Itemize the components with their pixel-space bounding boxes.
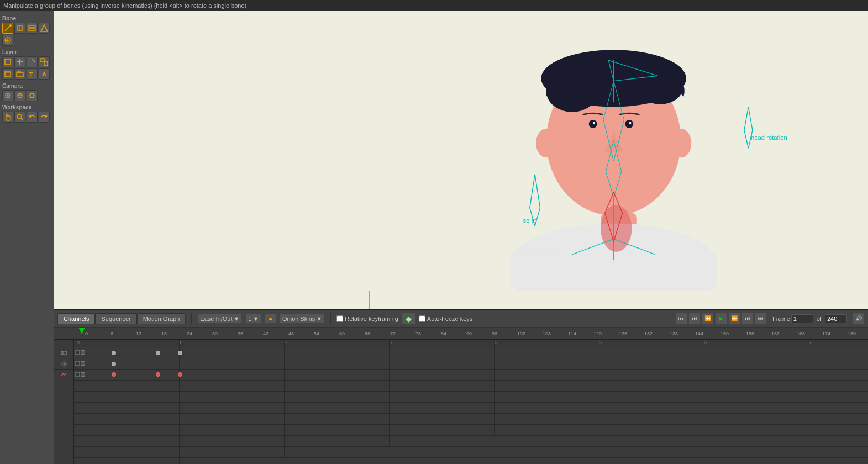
- separator-1: [191, 313, 192, 324]
- fast-forward-button[interactable]: ⏩: [728, 313, 740, 325]
- layer-add-tool[interactable]: [14, 56, 25, 67]
- track-icon-2: [60, 360, 68, 368]
- camera-orbit-tool[interactable]: [14, 90, 25, 101]
- onion-skins-icon-btn[interactable]: ●: [265, 314, 276, 324]
- current-frame-input[interactable]: [791, 314, 813, 323]
- workspace-redo-tool[interactable]: [39, 112, 50, 123]
- track-1-checkbox[interactable]: [75, 350, 80, 355]
- bone-arrow-tool[interactable]: [39, 23, 50, 34]
- next-keyframe-button[interactable]: ⏭: [741, 313, 754, 325]
- volume-button[interactable]: 🔊: [853, 313, 865, 325]
- svg-point-35: [637, 68, 683, 104]
- svg-rect-4: [29, 25, 35, 28]
- tab-motion-graph[interactable]: Motion Graph: [137, 313, 186, 324]
- layer-new-tool[interactable]: [2, 56, 13, 67]
- layer-tools-row-2: T: [2, 68, 51, 80]
- keyframe-dot-1-2[interactable]: [156, 351, 160, 355]
- onion-skins-dropdown[interactable]: Onion Skins ▼: [280, 314, 325, 324]
- track-empty-1: [74, 381, 868, 392]
- svg-point-22: [7, 95, 9, 97]
- keyframe-icon-btn[interactable]: ◆: [402, 313, 415, 325]
- keyframe-dot-3-1[interactable]: [112, 372, 116, 377]
- keyframe-dot-1-3[interactable]: [178, 351, 182, 355]
- bone-tools-row-1: [2, 23, 51, 34]
- layer-rotate-tool[interactable]: [27, 56, 38, 67]
- svg-point-1: [9, 24, 12, 27]
- ease-dropdown[interactable]: Ease In/Out ▼: [197, 314, 242, 324]
- tab-sequencer[interactable]: Sequencer: [95, 313, 136, 324]
- of-label: of: [817, 315, 822, 322]
- layer-color-tool[interactable]: [39, 68, 50, 80]
- track-3-checkbox[interactable]: [75, 372, 80, 377]
- title-text: Manipulate a group of bones (using inver…: [3, 2, 246, 9]
- track-empty-5: [74, 425, 868, 436]
- svg-marker-54: [530, 174, 540, 226]
- bone-section-label: Bone: [2, 15, 51, 22]
- relative-keyframing-checkbox[interactable]: [336, 315, 343, 322]
- svg-point-26: [17, 114, 22, 119]
- auto-freeze-label[interactable]: Auto-freeze keys: [419, 315, 473, 322]
- timeline-area: Channels Sequencer Motion Graph Ease In/…: [54, 309, 868, 464]
- skip-to-start-button[interactable]: ⏮: [675, 313, 687, 325]
- relative-keyframing-label[interactable]: Relative keyframing: [336, 315, 398, 322]
- tab-channels[interactable]: Channels: [57, 313, 95, 324]
- frame-multiplier-value: 1: [248, 315, 251, 322]
- svg-marker-29: [45, 115, 48, 118]
- section-markers-row: 0 1 2 3 4 5 6 7: [74, 340, 868, 347]
- ease-dropdown-label: Ease In/Out: [200, 315, 232, 322]
- timeline-content: 0 1 2 3 4 5 6 7: [54, 340, 868, 464]
- bone-chain-tool[interactable]: [27, 23, 38, 34]
- bone-ik-tool[interactable]: [2, 23, 13, 34]
- workspace-tools-row: [2, 112, 51, 123]
- track-row-2: [74, 358, 868, 370]
- svg-rect-14: [41, 59, 44, 62]
- prev-keyframe-button[interactable]: ⏭: [688, 313, 701, 325]
- svg-point-61: [63, 363, 65, 365]
- timeline-ruler: 0 6 12 18 24 30 36 42 48 54 60 66 72 78: [54, 328, 868, 340]
- workspace-section-label: Workspace: [2, 104, 51, 110]
- playback-controls: ⏮ ⏭ ⏪ ▶ ⏩ ⏭ ⏮ Frame of 🔊: [675, 313, 865, 325]
- layer-scale-tool[interactable]: [39, 56, 50, 67]
- chevron-down-icon: ▼: [233, 315, 239, 322]
- rewind-button[interactable]: ⏪: [702, 313, 714, 325]
- layer-text-tool[interactable]: T: [27, 68, 38, 80]
- bone-extra-tool[interactable]: [2, 35, 13, 46]
- track-3-line: [85, 375, 868, 375]
- keyframe-dot-1-1[interactable]: [112, 351, 116, 355]
- svg-rect-30: [105, 11, 868, 291]
- bone-tools-row-2: [2, 35, 51, 46]
- title-bar: Manipulate a group of bones (using inver…: [0, 0, 868, 11]
- total-frames-input[interactable]: [825, 314, 847, 323]
- bone-single-tool[interactable]: [14, 23, 25, 34]
- skip-to-end-button[interactable]: ⏮: [755, 313, 767, 325]
- svg-point-33: [541, 50, 686, 107]
- camera-section-label: Camera: [2, 83, 51, 89]
- keyframe-dot-3-2[interactable]: [156, 372, 160, 377]
- keyframe-dot-3-3[interactable]: [178, 372, 182, 377]
- timeline-tabs: Channels Sequencer Motion Graph: [57, 313, 186, 324]
- layer-paint-tool[interactable]: [2, 68, 13, 80]
- track-2-checkbox[interactable]: [75, 361, 80, 366]
- workspace-zoom-tool[interactable]: [14, 112, 25, 123]
- workspace-hand-tool[interactable]: [2, 112, 13, 123]
- chevron-down-icon-2: ▼: [252, 315, 259, 322]
- auto-freeze-checkbox[interactable]: [419, 315, 425, 322]
- keyframe-dot-2-1[interactable]: [112, 362, 116, 366]
- viewport[interactable]: head rotation sq st: [54, 11, 868, 309]
- track-icon-3: [60, 371, 68, 379]
- play-button[interactable]: ▶: [715, 313, 727, 325]
- svg-text:T: T: [29, 71, 33, 78]
- track-empty-4: [74, 414, 868, 425]
- camera-pan-tool[interactable]: [27, 90, 38, 101]
- svg-marker-13: [33, 61, 35, 62]
- svg-point-36: [589, 120, 597, 128]
- svg-rect-31: [601, 213, 637, 270]
- svg-point-23: [18, 93, 22, 98]
- camera-view-tool[interactable]: [2, 90, 13, 101]
- workspace-undo-tool[interactable]: [27, 112, 38, 123]
- timeline-tracks[interactable]: 0 1 2 3 4 5 6 7: [74, 340, 868, 464]
- frame-multiplier-dropdown[interactable]: 1 ▼: [245, 314, 261, 324]
- svg-rect-58: [61, 351, 67, 355]
- track-empty-7: [74, 447, 868, 458]
- layer-group-tool[interactable]: [14, 68, 25, 80]
